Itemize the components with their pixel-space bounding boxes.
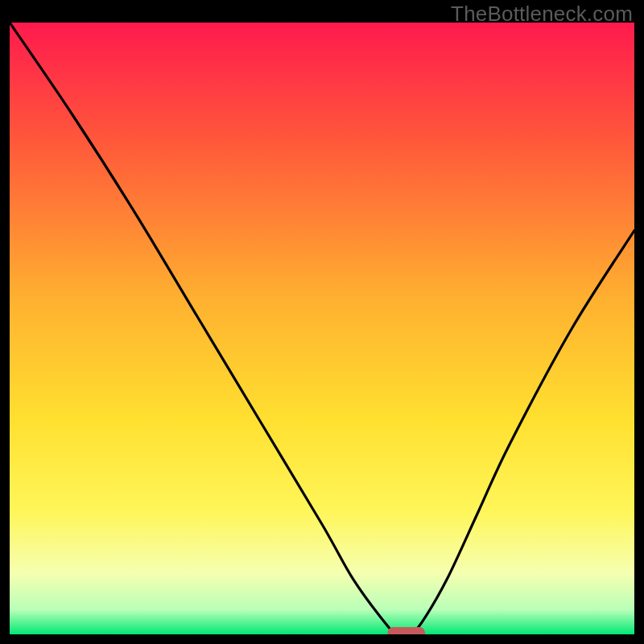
chart-frame: TheBottleneck.com <box>0 0 644 644</box>
bottleneck-chart <box>10 23 634 634</box>
watermark-text: TheBottleneck.com <box>451 2 633 27</box>
optimal-range-marker <box>387 627 425 634</box>
gradient-background <box>10 23 634 634</box>
plot-area <box>10 23 634 634</box>
